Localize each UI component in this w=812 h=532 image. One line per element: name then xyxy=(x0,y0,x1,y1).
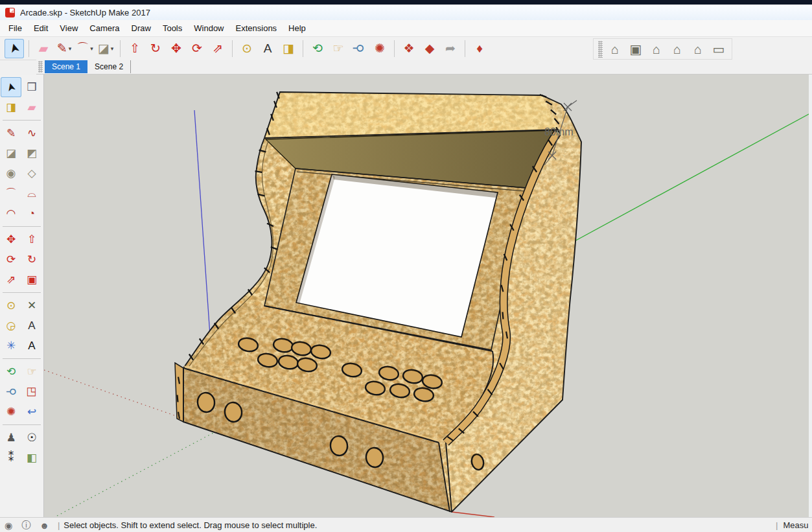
menu-draw[interactable]: Draw xyxy=(126,21,157,35)
palette-make-component[interactable]: ❒ xyxy=(21,77,42,97)
move-tool[interactable]: ✥ xyxy=(167,39,186,58)
view-left-button[interactable]: ⌂ xyxy=(688,40,708,59)
3d-warehouse-button-icon: ◆ xyxy=(425,42,435,54)
palette-push-pull[interactable]: ⇧ xyxy=(21,229,42,249)
palette-arc[interactable]: ⌒ xyxy=(1,183,21,203)
dimension-label: 80mm xyxy=(544,126,573,137)
palette-circle[interactable]: ◉ xyxy=(1,163,21,183)
push-pull-tool[interactable]: ⇧ xyxy=(125,39,145,58)
palette-rotated-rectangle[interactable]: ◩ xyxy=(21,143,42,163)
palette-offset[interactable]: ▣ xyxy=(21,270,42,290)
palette-select[interactable]: ➤ xyxy=(1,77,21,97)
palette-position-camera[interactable]: ♟ xyxy=(1,428,21,448)
sign-in-icon[interactable]: ☻ xyxy=(40,520,49,531)
extension-warehouse-button[interactable]: ❖ xyxy=(399,39,419,58)
scene-tab-2[interactable]: Scene 2 xyxy=(87,60,131,73)
palette-previous[interactable]: ↩ xyxy=(21,402,42,422)
palette-protractor[interactable]: ◶ xyxy=(1,316,21,336)
menu-edit[interactable]: Edit xyxy=(28,21,54,35)
menu-tools[interactable]: Tools xyxy=(157,21,188,35)
palette-walk[interactable]: ⁑ xyxy=(1,448,21,468)
palette-zoom-window[interactable]: ◰ xyxy=(21,382,42,402)
line-tool[interactable]: ✎▾ xyxy=(54,39,74,58)
tape-measure-tool-icon: ⊙ xyxy=(242,42,252,54)
toolbar-separator xyxy=(232,40,233,57)
3d-warehouse-button[interactable]: ◆ xyxy=(420,39,439,58)
rotate-tool[interactable]: ⟳ xyxy=(187,39,207,58)
view-top-button-icon: ▣ xyxy=(630,43,642,56)
palette-eraser[interactable]: ▰ xyxy=(21,97,42,117)
line-tool-dropdown-arrow[interactable]: ▾ xyxy=(69,45,72,52)
shapes-tool[interactable]: ◪▾ xyxy=(96,39,115,58)
eraser-tool[interactable]: ▰ xyxy=(34,39,53,58)
view-back-button[interactable]: ⌂ xyxy=(667,40,687,59)
palette-walk-icon: ⁑ xyxy=(8,452,14,463)
palette-rotate[interactable]: ⟳ xyxy=(1,249,21,270)
palette-text[interactable]: A xyxy=(21,316,42,336)
canvas-right-edge xyxy=(809,75,812,517)
text-tool[interactable]: A xyxy=(258,39,277,58)
menu-extensions[interactable]: Extensions xyxy=(230,21,283,35)
palette-three-point-arc[interactable]: ◠ xyxy=(1,203,21,224)
scene-tab-bar: Scene 1Scene 2 xyxy=(36,60,812,75)
palette-polygon[interactable]: ◇ xyxy=(21,163,42,183)
tape-measure-tool[interactable]: ⊙ xyxy=(237,39,257,58)
palette-look-around[interactable]: ☉ xyxy=(21,428,42,448)
pan-tool[interactable]: ☞ xyxy=(329,39,348,58)
share-model-button[interactable]: ➦ xyxy=(441,39,460,58)
view-left-button-icon: ⌂ xyxy=(694,43,702,56)
palette-section-plane[interactable]: ◧ xyxy=(21,448,42,468)
model-3d-view[interactable]: 80mm xyxy=(44,75,812,517)
view-right-button[interactable]: ▭ xyxy=(709,40,728,59)
palette-move[interactable]: ✥ xyxy=(1,229,21,249)
arc-tool-dropdown-arrow[interactable]: ▾ xyxy=(90,45,93,52)
zoom-extents-tool[interactable]: ✺ xyxy=(370,39,389,58)
geolocation-status-icon[interactable]: ◉ xyxy=(5,520,12,531)
tabbar-grip[interactable] xyxy=(38,61,43,73)
status-message: Select objects. Shift to extend select. … xyxy=(64,520,317,530)
arcade-cabinet[interactable] xyxy=(44,75,812,517)
follow-me-tool[interactable]: ↻ xyxy=(146,39,165,58)
palette-follow-me[interactable]: ↻ xyxy=(21,249,42,270)
palette-make-component-icon: ❒ xyxy=(27,82,36,93)
menu-camera[interactable]: Camera xyxy=(84,21,125,35)
menu-help[interactable]: Help xyxy=(283,21,312,35)
palette-axes[interactable]: ✳ xyxy=(1,336,21,356)
views-toolbar-grip[interactable] xyxy=(598,41,603,58)
palette-zoom-extents[interactable]: ✺ xyxy=(1,402,21,422)
palette-line[interactable]: ✎ xyxy=(1,123,21,143)
model-canvas[interactable]: 80mm xyxy=(44,75,812,517)
palette-dimension[interactable]: ✕ xyxy=(21,295,42,316)
menu-file[interactable]: File xyxy=(3,21,28,35)
palette-orbit[interactable]: ⟲ xyxy=(1,362,21,382)
arc-tool[interactable]: ⌒▾ xyxy=(75,39,95,58)
sketchup-logo-icon xyxy=(5,8,15,17)
palette-divider xyxy=(3,358,41,359)
select-tool[interactable]: ➤ xyxy=(5,39,24,58)
zoom-tool[interactable]: ⚲ xyxy=(349,39,369,58)
palette-scale[interactable]: ⇗ xyxy=(1,270,21,290)
palette-paint-bucket[interactable]: ◨ xyxy=(1,97,21,117)
scale-tool[interactable]: ⇗ xyxy=(208,39,227,58)
view-top-button[interactable]: ▣ xyxy=(626,40,645,59)
palette-two-point-arc[interactable]: ⌓ xyxy=(21,183,42,203)
shapes-tool-dropdown-arrow[interactable]: ▾ xyxy=(111,45,114,52)
palette-zoom[interactable]: ⚲ xyxy=(1,382,21,402)
palette-pie[interactable]: ◔ xyxy=(21,203,42,224)
palette-3d-text[interactable]: A xyxy=(21,336,42,356)
paint-bucket-tool[interactable]: ◨ xyxy=(279,39,298,58)
view-front-button[interactable]: ⌂ xyxy=(647,40,666,59)
palette-freehand[interactable]: ∿ xyxy=(21,123,42,143)
model-info-icon[interactable]: ⓘ xyxy=(21,520,30,531)
palette-tape-measure[interactable]: ⊙ xyxy=(1,295,21,316)
menu-view[interactable]: View xyxy=(54,21,84,35)
menu-window[interactable]: Window xyxy=(188,21,229,35)
palette-pan[interactable]: ☞ xyxy=(21,362,42,382)
orbit-tool[interactable]: ⟲ xyxy=(308,39,327,58)
ruby-console-button[interactable]: ♦ xyxy=(470,39,489,58)
view-iso-button[interactable]: ⌂ xyxy=(605,40,625,59)
palette-pie-icon: ◔ xyxy=(29,208,35,219)
scene-tab-1[interactable]: Scene 1 xyxy=(45,60,87,73)
palette-rectangle[interactable]: ◪ xyxy=(1,143,21,163)
palette-offset-icon: ▣ xyxy=(27,274,37,285)
